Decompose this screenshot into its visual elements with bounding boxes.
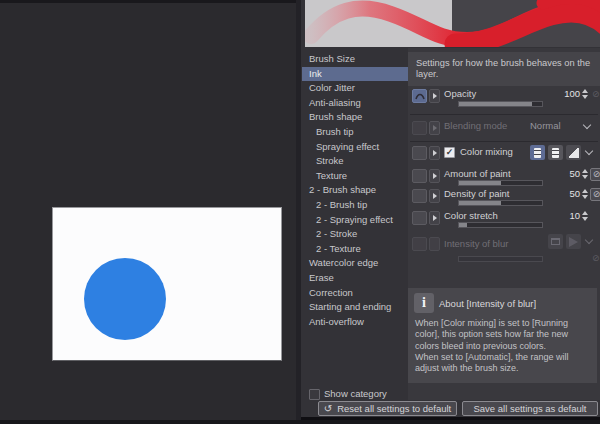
stretch-stepper[interactable] — [581, 211, 590, 221]
color-mixing-label: Color mixing — [460, 146, 513, 157]
category-item-2-texture[interactable]: 2 - Texture — [302, 242, 410, 257]
triangle-right-icon — [433, 215, 437, 221]
blending-mode-value[interactable]: Normal — [530, 120, 561, 131]
color-mixing-dynamics-button[interactable] — [412, 146, 427, 160]
show-category-checkbox[interactable] — [309, 389, 320, 400]
category-item-anti-aliasing[interactable]: Anti-aliasing — [302, 96, 410, 111]
document-canvas[interactable] — [52, 207, 282, 361]
opacity-stepper[interactable] — [581, 89, 590, 99]
chevron-down-icon[interactable] — [585, 147, 593, 155]
reset-all-settings-button[interactable]: ↺ Reset all settings to default — [318, 401, 457, 416]
color-stretch-label: Color stretch — [444, 210, 498, 221]
stretch-dynamics-button[interactable] — [412, 211, 427, 225]
blend-icon — [569, 148, 579, 158]
info-icon: i — [414, 293, 434, 313]
density-expand-button[interactable] — [429, 189, 440, 203]
save-button-label: Save all settings as default — [473, 403, 586, 414]
opacity-value[interactable]: 100 — [550, 88, 580, 99]
category-item-brush-shape[interactable]: Brush shape — [302, 110, 410, 125]
info-body: When [Color mixing] is set to [Running c… — [415, 318, 593, 374]
category-item-2-spraying-effect[interactable]: 2 - Spraying effect — [302, 213, 410, 228]
density-of-paint-label: Density of paint — [444, 188, 509, 199]
color-mixing-expand-button[interactable] — [429, 146, 440, 160]
fixed-range-icon — [551, 238, 560, 245]
density-no-dynamics-button[interactable]: ⊘ — [590, 188, 600, 201]
amount-stepper[interactable] — [581, 169, 590, 179]
blur-slider — [458, 256, 543, 262]
category-item-2-brush-shape[interactable]: 2 - Brush shape — [302, 183, 410, 198]
density-dynamics-button[interactable] — [412, 189, 427, 203]
blur-mode-auto-button — [566, 234, 581, 249]
blur-expand-button — [429, 237, 440, 251]
chevron-down-icon — [585, 236, 593, 244]
category-item-watercolor-edge[interactable]: Watercolor edge — [302, 256, 410, 271]
chevron-down-icon[interactable] — [583, 121, 591, 129]
category-item-brush-tip[interactable]: Brush tip — [302, 125, 410, 140]
category-list: Brush Size Ink Color Jitter Anti-aliasin… — [302, 52, 410, 329]
info-title: About [Intensity of blur] — [439, 298, 536, 309]
opacity-expand-button[interactable] — [429, 89, 440, 103]
opacity-slider-fill — [459, 102, 532, 106]
opacity-pen-pressure-button[interactable] — [412, 89, 427, 103]
triangle-right-icon — [433, 193, 437, 199]
pen-pressure-icon — [415, 92, 425, 100]
density-of-paint-value[interactable]: 50 — [550, 188, 580, 199]
amount-no-dynamics-button[interactable]: ⊘ — [590, 168, 600, 181]
category-item-2-stroke[interactable]: 2 - Stroke — [302, 227, 410, 242]
blur-no-dynamics-icon: ⊘ — [592, 253, 600, 263]
reset-icon: ↺ — [324, 404, 332, 414]
auto-range-icon — [569, 237, 578, 247]
amount-dynamics-button[interactable] — [412, 169, 427, 183]
amount-slider[interactable] — [458, 180, 543, 186]
category-item-correction[interactable]: Correction — [302, 286, 410, 301]
amount-of-paint-value[interactable]: 50 — [550, 168, 580, 179]
mixing-mode-blur-button[interactable] — [548, 145, 563, 160]
category-item-color-jitter[interactable]: Color Jitter — [302, 81, 410, 96]
category-item-anti-overflow[interactable]: Anti-overflow — [302, 315, 410, 330]
category-item-texture[interactable]: Texture — [302, 169, 410, 184]
triangle-right-icon — [433, 173, 437, 179]
brush-stroke-preview — [305, 0, 600, 47]
separator — [410, 114, 598, 115]
density-slider-fill — [459, 201, 501, 205]
category-item-2-brush-tip[interactable]: 2 - Brush tip — [302, 198, 410, 213]
top-edge — [0, 0, 300, 3]
mixing-mode-blend-button[interactable] — [566, 145, 581, 160]
amount-expand-button[interactable] — [429, 169, 440, 183]
triangle-right-icon — [433, 93, 437, 99]
stretch-slider-fill — [459, 223, 467, 227]
density-slider[interactable] — [458, 200, 543, 206]
settings-pane: Settings for how the brush behaves on th… — [408, 48, 600, 400]
reset-button-label: Reset all settings to default — [337, 403, 451, 414]
opacity-slider[interactable] — [458, 101, 543, 107]
category-item-starting-and-ending[interactable]: Starting and ending — [302, 300, 410, 315]
intensity-of-blur-label: Intensity of blur — [444, 238, 508, 249]
brush-settings-window: Brush Size Ink Color Jitter Anti-aliasin… — [0, 0, 600, 424]
brush-detail-panel: Brush Size Ink Color Jitter Anti-aliasin… — [301, 0, 600, 417]
separator — [410, 141, 598, 142]
stretch-slider[interactable] — [458, 222, 543, 228]
blending-dynamics-button — [412, 121, 427, 135]
blur-mode-fixed-button — [548, 234, 563, 249]
stretch-expand-button[interactable] — [429, 211, 440, 225]
density-stepper[interactable] — [581, 189, 590, 199]
blur-dynamics-button — [412, 237, 427, 251]
category-item-brush-size[interactable]: Brush Size — [302, 52, 410, 67]
triangle-right-icon — [433, 125, 437, 131]
category-item-erase[interactable]: Erase — [302, 271, 410, 286]
drawn-circle — [84, 258, 166, 340]
category-item-stroke[interactable]: Stroke — [302, 154, 410, 169]
info-box: i About [Intensity of blur] When [Color … — [408, 288, 597, 383]
blur-mix-icon — [552, 148, 559, 158]
save-all-settings-button[interactable]: Save all settings as default — [462, 401, 598, 416]
red-stroke-sample-icon — [305, 0, 600, 47]
blending-expand-button[interactable] — [429, 121, 440, 135]
color-mixing-checkbox[interactable]: ✓ — [444, 147, 455, 158]
category-item-ink[interactable]: Ink — [302, 67, 410, 82]
category-item-spraying-effect[interactable]: Spraying effect — [302, 140, 410, 155]
color-stretch-value[interactable]: 10 — [550, 210, 580, 221]
canvas-area — [0, 0, 300, 424]
mixing-mode-running-color-button[interactable] — [530, 145, 545, 160]
panel-divider — [296, 0, 301, 424]
running-color-icon — [534, 148, 541, 158]
